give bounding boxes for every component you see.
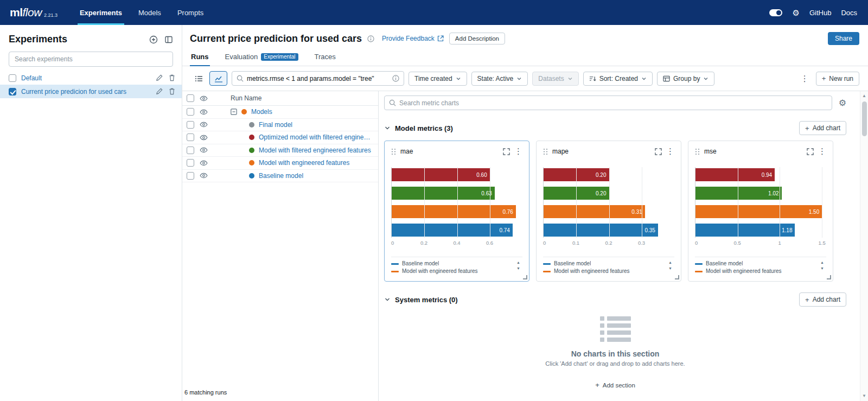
metric-chart-card-mae[interactable]: mae ⋮ 0.600.630.760.74 00.20.40.6 [384,141,529,282]
scrollbar-thumb[interactable] [862,101,867,136]
legend-label[interactable]: Model with engineered features [554,268,630,275]
add-description-button[interactable]: Add Description [449,33,505,44]
group-by-dropdown[interactable]: Group by [657,72,714,86]
experiment-name-link[interactable]: Default [21,74,151,82]
tab-traces[interactable]: Traces [314,49,337,66]
add-section-button[interactable]: + Add section [595,381,635,389]
run-name-link[interactable]: Model with engineered features [259,159,349,167]
metric-charts-search-input[interactable] [399,99,827,107]
nav-item-models[interactable]: Models [130,0,169,25]
provide-feedback-link[interactable]: Provide Feedback [382,35,444,42]
visibility-eye-icon[interactable] [200,135,208,141]
legend-item[interactable]: Baseline model [543,260,668,267]
legend-scroll-up-icon[interactable]: ▲ [820,260,824,264]
experiment-list-item-selected[interactable]: Current price predicion for used cars [0,85,182,98]
theme-toggle-icon[interactable] [769,9,782,16]
settings-gear-icon[interactable]: ⚙ [792,9,799,17]
legend-item[interactable]: Model with engineered features [391,268,516,275]
run-checkbox[interactable] [187,108,194,116]
github-link[interactable]: GitHub [809,9,831,17]
mlflow-logo[interactable]: mlflow 2.21.3 [10,0,58,25]
legend-label[interactable]: Baseline model [706,260,743,267]
datasets-dropdown[interactable]: Datasets [532,72,578,86]
run-name-link[interactable]: Final model [259,121,292,129]
create-experiment-icon[interactable] [149,35,158,44]
run-name-link[interactable]: Baseline model [259,172,303,180]
add-chart-button[interactable]: + Add chart [799,292,846,307]
drag-handle-icon[interactable] [695,148,700,155]
fullscreen-icon[interactable] [655,148,662,155]
share-button[interactable]: Share [828,32,859,45]
legend-item[interactable]: Model with engineered features [543,268,668,275]
legend-label[interactable]: Baseline model [402,260,439,267]
chart-menu-icon[interactable]: ⋮ [818,147,826,156]
tab-runs[interactable]: Runs [190,49,210,66]
time-created-dropdown[interactable]: Time created [409,72,467,86]
metric-chart-card-mape[interactable]: mape ⋮ 0.200.200.310.35 00.10.20.3 [536,141,681,282]
edit-pencil-icon[interactable] [156,88,163,95]
edit-pencil-icon[interactable] [156,74,163,81]
visibility-eye-icon[interactable] [200,160,208,166]
experiment-list-item-default[interactable]: Default [0,71,182,85]
run-checkbox[interactable] [187,159,194,167]
delete-trash-icon[interactable] [169,88,175,95]
experiment-checkbox-checked[interactable] [9,88,16,96]
experiment-name-link[interactable]: Current price predicion for used cars [21,88,151,96]
collapse-panel-icon[interactable] [164,35,173,44]
legend-item[interactable]: Model with engineered features [695,268,820,275]
chart-bar[interactable]: 0.63 [392,187,495,200]
state-dropdown[interactable]: State: Active [471,72,528,86]
legend-scroll-up-icon[interactable]: ▲ [516,260,520,264]
nav-item-experiments[interactable]: Experiments [72,0,130,25]
info-icon[interactable] [367,35,374,42]
legend-label[interactable]: Baseline model [554,260,591,267]
visibility-eye-icon[interactable] [200,147,208,153]
chevron-down-icon[interactable] [384,125,391,131]
delete-trash-icon[interactable] [169,74,175,81]
run-row[interactable]: Final model [182,119,378,132]
chart-bar[interactable]: 0.94 [695,168,775,181]
resize-handle-icon[interactable] [523,275,527,279]
new-run-button[interactable]: + New run [816,72,859,86]
add-chart-button[interactable]: + Add chart [799,121,846,135]
toolbar-overflow-menu-icon[interactable]: ⋮ [798,74,812,84]
chart-menu-icon[interactable]: ⋮ [666,147,674,156]
run-checkbox[interactable] [187,147,194,154]
fullscreen-icon[interactable] [807,148,814,155]
experiment-checkbox[interactable] [9,74,16,82]
drag-handle-icon[interactable] [543,148,548,155]
legend-item[interactable]: Baseline model [695,260,820,267]
list-view-button[interactable] [190,71,208,86]
run-checkbox[interactable] [187,172,194,180]
chart-bar[interactable]: 0.60 [392,168,490,181]
legend-label[interactable]: Model with engineered features [706,268,782,275]
run-checkbox[interactable] [187,133,194,141]
chart-bar[interactable]: 0.31 [544,205,645,218]
chart-bar[interactable]: 1.50 [695,205,822,218]
nav-item-prompts[interactable]: Prompts [169,0,212,25]
chart-view-button[interactable] [209,71,227,86]
visibility-eye-icon[interactable] [200,122,208,128]
chart-menu-icon[interactable]: ⋮ [514,147,522,156]
experiments-search-input[interactable] [9,52,173,67]
drag-handle-icon[interactable] [391,148,396,155]
chevron-down-icon[interactable] [384,296,391,303]
legend-scroll-up-icon[interactable]: ▲ [668,260,672,264]
runs-search-input[interactable] [247,75,389,82]
metric-chart-card-mse[interactable]: mse ⋮ 0.941.021.501.18 00.511.5 [688,141,833,282]
legend-scroll-down-icon[interactable]: ▼ [516,266,520,270]
legend-label[interactable]: Model with engineered features [402,268,478,275]
charts-settings-gear-icon[interactable]: ⚙ [839,99,846,107]
select-all-checkbox[interactable] [187,94,194,102]
resize-handle-icon[interactable] [827,275,831,279]
scroll-up-icon[interactable]: ▲ [862,93,866,99]
collapse-group-icon[interactable] [231,109,237,115]
resize-handle-icon[interactable] [675,275,679,279]
vertical-scrollbar[interactable]: ▲ ▼ [860,91,868,401]
visibility-eye-icon[interactable] [200,109,208,115]
search-info-icon[interactable] [392,75,399,82]
scroll-down-icon[interactable]: ▼ [862,393,866,399]
run-checkbox[interactable] [187,121,194,129]
visibility-eye-icon[interactable] [200,173,208,179]
sort-dropdown[interactable]: Sort: Created [583,72,653,86]
